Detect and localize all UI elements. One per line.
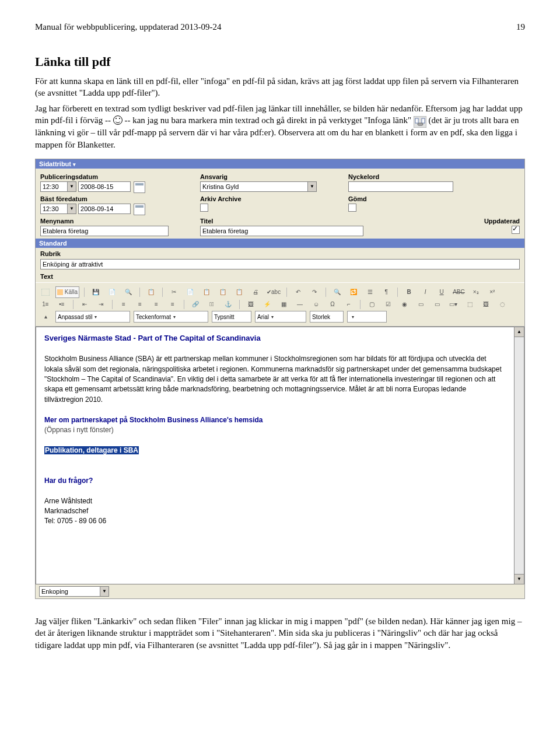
footer-select[interactable]: Enkoping▼ xyxy=(39,586,109,597)
ansvarig-select[interactable]: Kristina Gyld▼ xyxy=(200,181,317,192)
rich-text-editor[interactable]: Sveriges Närmaste Stad - Part of The Cap… xyxy=(36,327,514,584)
style-select[interactable]: Anpassad stil▾ xyxy=(55,311,130,323)
special-char-icon[interactable]: Ω xyxy=(326,299,339,310)
align-center-icon[interactable]: ≡ xyxy=(134,299,146,310)
label-arkiv: Arkiv Archive xyxy=(200,195,340,202)
bold-button[interactable]: B xyxy=(402,287,415,297)
bullet-list-icon[interactable]: •≡ xyxy=(55,299,68,310)
page-number: 19 xyxy=(516,22,525,32)
radio-icon[interactable]: ◉ xyxy=(398,299,411,310)
format-select[interactable]: Teckenformat▾ xyxy=(134,311,208,323)
imagebutton-icon[interactable]: 🖼 xyxy=(480,299,492,310)
svg-rect-2 xyxy=(422,118,425,123)
paragraph-1: För att kunna skapa en länk till en pdf-… xyxy=(35,75,525,99)
contact-name: Arne Wåhlstedt xyxy=(44,496,506,506)
size-select[interactable]: ▾ xyxy=(347,311,387,323)
smiley-icon[interactable]: ☺ xyxy=(310,299,323,310)
checkbox-icon[interactable]: ☑ xyxy=(382,299,394,310)
textfield-icon[interactable]: ▭ xyxy=(414,299,427,310)
remove-format-icon[interactable]: ¶ xyxy=(380,287,393,297)
strike-button[interactable]: ABC xyxy=(452,287,466,297)
titel-input[interactable] xyxy=(200,226,363,236)
font-select[interactable]: Arial▾ xyxy=(255,311,306,323)
contact-role: Marknadschef xyxy=(44,506,506,516)
spellcheck-icon[interactable]: ✔abc xyxy=(265,287,282,297)
sidattribut-bar[interactable]: Sidattribut ▾ xyxy=(36,159,524,169)
scrollbar-vertical[interactable]: ▲ ▼ xyxy=(514,327,524,584)
menynamn-input[interactable] xyxy=(40,226,169,236)
align-left-icon[interactable]: ≡ xyxy=(117,299,130,310)
content-link[interactable]: Mer om partnerskapet på Stockholm Busine… xyxy=(44,415,506,425)
align-justify-icon[interactable]: ≡ xyxy=(166,299,179,310)
insert-link-icon xyxy=(414,115,426,127)
standard-bar[interactable]: Standard xyxy=(36,239,524,248)
numbered-list-icon[interactable]: 1≡ xyxy=(39,299,52,310)
unlink-icon[interactable]: 🔗⃠ xyxy=(205,299,218,310)
image-icon[interactable]: 🖼 xyxy=(244,299,257,310)
fullscreen-icon[interactable] xyxy=(39,287,52,297)
calendar-icon[interactable] xyxy=(134,181,145,193)
anchor-icon[interactable]: ⚓ xyxy=(222,299,235,310)
expire-time-select[interactable]: 12:30▼ xyxy=(40,204,76,214)
paste-text-icon[interactable]: 📋 xyxy=(216,287,229,297)
undo-icon[interactable]: ↶ xyxy=(292,287,304,297)
hr-icon[interactable]: — xyxy=(293,299,306,310)
button-icon[interactable]: ⬚ xyxy=(463,299,476,310)
pub-time-select[interactable]: 12:30▼ xyxy=(40,181,76,192)
table-icon[interactable]: ▦ xyxy=(277,299,290,310)
select-all-icon[interactable]: ☰ xyxy=(363,287,376,297)
selected-text: Publikation, deltagare i SBA xyxy=(44,446,139,454)
scroll-down-icon[interactable]: ▼ xyxy=(514,574,524,584)
content-heading: Sveriges Närmaste Stad - Part of The Cap… xyxy=(44,333,506,344)
paste-word-icon[interactable]: 📋 xyxy=(233,287,246,297)
cut-icon[interactable]: ✂ xyxy=(167,287,180,297)
gomd-checkbox[interactable] xyxy=(348,204,356,212)
italic-button[interactable]: I xyxy=(419,287,432,297)
redo-icon[interactable]: ↷ xyxy=(308,287,321,297)
svg-rect-5 xyxy=(57,289,63,295)
save-icon[interactable]: 💾 xyxy=(89,287,102,297)
print-icon[interactable]: 🖨 xyxy=(249,287,262,297)
paste-icon[interactable]: 📋 xyxy=(200,287,213,297)
superscript-button[interactable]: ×² xyxy=(486,287,499,297)
nyckelord-input[interactable] xyxy=(348,181,453,192)
source-button[interactable]: Källa xyxy=(55,286,79,298)
subscript-button[interactable]: ×₂ xyxy=(470,287,482,297)
flash-icon[interactable]: ⚡ xyxy=(261,299,274,310)
form-icon[interactable]: ▢ xyxy=(365,299,378,310)
label-titel: Titel xyxy=(200,218,381,225)
replace-icon[interactable]: 🔁 xyxy=(347,287,360,297)
scroll-up-icon[interactable]: ▲ xyxy=(514,327,524,337)
uppdaterad-checkbox[interactable] xyxy=(512,226,520,234)
indent-icon[interactable]: ⇥ xyxy=(94,299,107,310)
select-icon[interactable]: ▭▾ xyxy=(447,299,460,310)
new-page-icon[interactable]: 📄 xyxy=(106,287,118,297)
svg-rect-4 xyxy=(41,289,50,296)
page-break-icon[interactable]: ⌐ xyxy=(342,299,355,310)
label-bastforedatum: Bäst föredatum xyxy=(40,195,192,202)
label-text: Text xyxy=(40,273,53,280)
expire-date-input[interactable] xyxy=(78,204,131,214)
content-question: Har du frågor? xyxy=(44,476,506,486)
rubrik-input[interactable] xyxy=(40,259,520,269)
svg-rect-3 xyxy=(418,123,423,125)
preview-icon[interactable]: 🔍 xyxy=(122,287,135,297)
underline-button[interactable]: U xyxy=(435,287,448,297)
arkiv-checkbox[interactable] xyxy=(200,204,208,212)
find-icon[interactable]: 🔍 xyxy=(331,287,344,297)
content-body: Stockholm Business Alliance (SBA) är ett… xyxy=(44,354,506,405)
templates-icon[interactable]: 📋 xyxy=(145,287,158,297)
pub-date-input[interactable] xyxy=(78,181,131,192)
label-publiceringsdatum: Publiceringsdatum xyxy=(40,173,192,180)
calendar-icon[interactable] xyxy=(134,204,145,215)
copy-icon[interactable]: 📄 xyxy=(184,287,197,297)
hidden-icon[interactable]: ◌ xyxy=(496,299,509,310)
collapse-toolbar-icon[interactable]: ▴ xyxy=(39,311,52,322)
scroll-track[interactable] xyxy=(514,337,524,574)
content-link-note: (Öppnas i nytt fönster) xyxy=(44,425,506,435)
align-right-icon[interactable]: ≡ xyxy=(150,299,163,310)
paragraph-2b: -- kan jag nu bara markera min textrad o… xyxy=(124,115,413,125)
link-icon[interactable]: 🔗 xyxy=(189,299,202,310)
textarea-icon[interactable]: ▭ xyxy=(430,299,443,310)
outdent-icon[interactable]: ⇤ xyxy=(78,299,91,310)
